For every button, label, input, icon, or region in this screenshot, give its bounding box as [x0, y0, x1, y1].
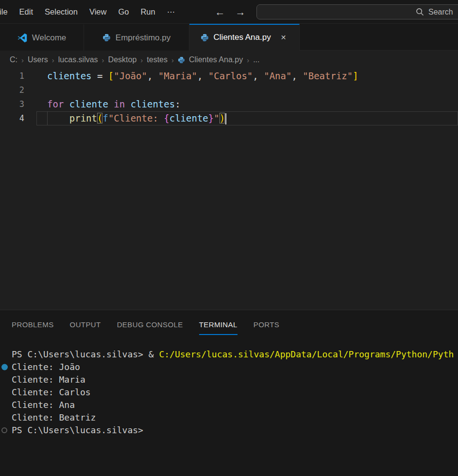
search-icon [416, 8, 424, 16]
menu-run[interactable]: Run [135, 7, 161, 17]
editor-lines: 1clientes = ["João", "Maria", "Carlos", … [0, 69, 458, 125]
tab-clientes-ana[interactable]: Clientes Ana.py ✕ [189, 24, 300, 51]
python-icon [201, 34, 209, 42]
panel-tab-terminal[interactable]: TERMINAL [199, 310, 237, 338]
breadcrumb-file[interactable]: Clientes Ana.py [189, 55, 243, 64]
tab-label: Clientes Ana.py [214, 33, 271, 42]
menu-bar: File Edit Selection View Go Run ⋯ [0, 0, 181, 24]
command-center-search[interactable]: Search [256, 4, 458, 19]
breadcrumb: C: › Users › lucas.silvas › Desktop › te… [0, 51, 458, 69]
back-arrow-icon[interactable]: ← [214, 6, 226, 18]
bottom-panel: PROBLEMS OUTPUT DEBUG CONSOLE TERMINAL P… [0, 310, 458, 476]
breadcrumb-segment[interactable]: C: [10, 55, 17, 64]
terminal-line: PS C:\Users\lucas.silvas> & C:/Users/luc… [0, 348, 458, 361]
prompt-decoration-icon[interactable] [1, 427, 7, 433]
text-cursor [225, 113, 226, 124]
line-number: 3 [0, 97, 24, 111]
chevron-right-icon: › [52, 56, 54, 64]
indent-guide [47, 111, 48, 125]
code-line-4[interactable]: 4 print(f"Cliente: {cliente}") [0, 111, 458, 125]
command-decoration-icon[interactable] [1, 364, 8, 370]
line-content [36, 83, 458, 97]
terminal-line: Cliente: Carlos [0, 386, 458, 399]
title-bar: File Edit Selection View Go Run ⋯ ← → Se… [0, 0, 458, 24]
breadcrumb-tail[interactable]: ... [253, 55, 259, 64]
panel-tab-problems[interactable]: PROBLEMS [12, 310, 54, 338]
menu-more[interactable]: ⋯ [161, 7, 181, 17]
breadcrumb-segment[interactable]: lucas.silvas [58, 55, 98, 64]
line-number: 2 [0, 83, 24, 97]
line-number: 4 [0, 111, 24, 125]
panel-tab-debug-console[interactable]: DEBUG CONSOLE [117, 310, 183, 338]
history-navigation: ← → [214, 0, 247, 24]
terminal-line: Cliente: Beatriz [0, 411, 458, 424]
python-icon [102, 34, 111, 42]
tab-welcome[interactable]: Welcome [0, 24, 84, 51]
panel-tab-bar: PROBLEMS OUTPUT DEBUG CONSOLE TERMINAL P… [0, 310, 458, 338]
line-content: for cliente in clientes: [36, 97, 458, 111]
menu-selection[interactable]: Selection [39, 7, 84, 17]
editor-tab-bar: Welcome Empréstimo.py Clientes Ana.py ✕ [0, 24, 458, 51]
code-line-1[interactable]: 1clientes = ["João", "Maria", "Carlos", … [0, 69, 458, 83]
chevron-right-icon: › [21, 56, 24, 64]
chevron-right-icon: › [102, 56, 104, 64]
line-number: 1 [0, 69, 24, 83]
breadcrumb-segment[interactable]: Desktop [108, 55, 137, 64]
chevron-right-icon: › [140, 56, 143, 64]
panel-tab-ports[interactable]: PORTS [254, 310, 279, 338]
terminal-line: Cliente: Ana [0, 399, 458, 411]
tab-emprestimo[interactable]: Empréstimo.py [84, 24, 189, 51]
python-icon [178, 56, 185, 64]
vscode-logo-icon [17, 33, 27, 43]
menu-view[interactable]: View [84, 7, 112, 17]
menu-edit[interactable]: Edit [14, 7, 39, 17]
breadcrumb-segment[interactable]: testes [147, 55, 168, 64]
terminal-output[interactable]: PS C:\Users\lucas.silvas> & C:/Users/luc… [0, 348, 458, 437]
menu-file[interactable]: File [0, 7, 14, 17]
code-line-2[interactable]: 2 [0, 83, 458, 97]
menu-go[interactable]: Go [112, 7, 135, 17]
search-label: Search [428, 8, 453, 17]
terminal-line: PS C:\Users\lucas.silvas> [0, 424, 458, 437]
line-content: print(f"Cliente: {cliente}") [36, 111, 458, 125]
line-content: clientes = ["João", "Maria", "Carlos", "… [36, 69, 458, 83]
tab-label: Welcome [32, 33, 67, 43]
tab-label: Empréstimo.py [116, 33, 170, 43]
breadcrumb-segment[interactable]: Users [28, 55, 48, 64]
code-line-3[interactable]: 3for cliente in clientes: [0, 97, 458, 111]
tab-close-icon[interactable]: ✕ [279, 33, 288, 42]
code-editor[interactable]: 1clientes = ["João", "Maria", "Carlos", … [0, 69, 458, 310]
terminal-line: Cliente: Maria [0, 373, 458, 386]
panel-tab-output[interactable]: OUTPUT [70, 310, 101, 338]
forward-arrow-icon[interactable]: → [234, 6, 247, 18]
chevron-right-icon: › [171, 56, 174, 64]
chevron-right-icon: › [247, 56, 249, 64]
terminal-line: Cliente: João [0, 361, 458, 373]
